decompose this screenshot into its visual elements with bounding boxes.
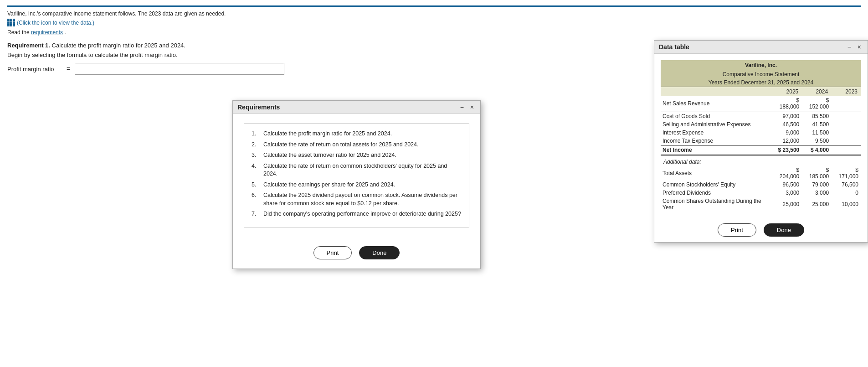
- add-row-col1: 96,500: [772, 181, 802, 189]
- add-row-col2: $ 185,000: [802, 166, 832, 181]
- row-col2: 9,500: [802, 137, 832, 145]
- data-close-btn[interactable]: ×: [856, 44, 863, 50]
- data-minimize-btn[interactable]: −: [846, 44, 853, 50]
- row-col3: [832, 146, 861, 155]
- requirements-link[interactable]: requirements: [31, 29, 63, 36]
- row-label: Income Tax Expense: [661, 137, 772, 145]
- add-row-col2: 79,000: [802, 181, 832, 189]
- company-name: Variline, Inc.: [661, 60, 861, 70]
- data-done-btn[interactable]: Done: [764, 223, 804, 237]
- table-row: Preferred Dividends 3,000 3,000 0: [661, 189, 861, 197]
- add-row-label: Common Stockholders' Equity: [661, 181, 772, 189]
- row-col3: [832, 112, 861, 120]
- additional-label: Additional data:: [661, 155, 861, 166]
- row-label: Net Income: [661, 146, 772, 155]
- add-row-col1: 25,000: [772, 197, 802, 212]
- data-modal: Data table − × Variline, Inc. Comparativ…: [654, 40, 868, 243]
- add-row-col3: 10,000: [832, 197, 861, 212]
- top-bar: [7, 5, 861, 7]
- data-modal-footer: Print Done: [654, 218, 868, 242]
- table-row: Income Tax Expense 12,000 9,500: [661, 137, 861, 145]
- additional-data-header: Additional data:: [661, 155, 861, 166]
- add-row-col2: 3,000: [802, 189, 832, 197]
- table-row: Common Stockholders' Equity 96,500 79,00…: [661, 181, 861, 189]
- requirements-titlebar: Requirements − ×: [233, 101, 480, 114]
- add-row-col1: $ 204,000: [772, 166, 802, 181]
- req-num-1: 1.: [252, 130, 260, 138]
- row-col3: [832, 120, 861, 129]
- requirement-item-6: 6.Calculate the 2025 dividend payout on …: [252, 191, 462, 207]
- req-num-4: 4.: [252, 162, 260, 178]
- row-col2: $ 4,000: [802, 146, 832, 155]
- row-col1: $ 23,500: [772, 146, 802, 155]
- requirements-footer: Print Done: [233, 246, 480, 269]
- requirements-done-btn[interactable]: Done: [359, 246, 400, 259]
- req-num-2: 2.: [252, 141, 260, 149]
- req-text-3: Calculate the asset turnover ratio for 2…: [263, 151, 396, 160]
- table-subtitle1: Comparative Income Statement: [661, 70, 861, 78]
- req1-bold: Requirement 1.: [7, 42, 50, 49]
- modal-controls: − ×: [458, 104, 476, 110]
- table-row: Cost of Goods Sold 97,000 85,500: [661, 112, 861, 120]
- req-text-2: Calculate the rate of return on total as…: [263, 141, 419, 149]
- row-col1: 97,000: [772, 112, 802, 120]
- req-num-6: 6.: [252, 191, 260, 207]
- row-col1: 9,000: [772, 129, 802, 137]
- row-col1: 46,500: [772, 120, 802, 129]
- row-label: Cost of Goods Sold: [661, 112, 772, 120]
- table-row: Selling and Administrative Expenses 46,5…: [661, 120, 861, 129]
- row-col1: 12,000: [772, 137, 802, 145]
- add-row-col3: 0: [832, 189, 861, 197]
- equals-sign: =: [67, 65, 70, 72]
- data-print-btn[interactable]: Print: [718, 223, 756, 237]
- req-text-1: Calculate the profit margin ratio for 20…: [263, 130, 392, 138]
- requirements-box: 1.Calculate the profit margin ratio for …: [244, 123, 469, 228]
- table-row: Common Shares Outstanding During the Yea…: [661, 197, 861, 212]
- requirements-body: 1.Calculate the profit margin ratio for …: [233, 114, 480, 246]
- table-row: Total Assets $ 204,000 $ 185,000 $ 171,0…: [661, 166, 861, 181]
- requirements-close-btn[interactable]: ×: [468, 104, 476, 110]
- add-row-label: Common Shares Outstanding During the Yea…: [661, 197, 772, 212]
- intro-text: Variline, Inc.'s comparative income stat…: [7, 10, 226, 17]
- col-header-2025: 2025: [772, 87, 802, 97]
- data-icon-link[interactable]: (Click the icon to view the data.): [7, 19, 94, 26]
- row-col2: 11,500: [802, 129, 832, 137]
- intro-paragraph: Variline, Inc.'s comparative income stat…: [7, 10, 861, 17]
- requirement-item-5: 5.Calculate the earnings per share for 2…: [252, 181, 462, 189]
- req-text-4: Calculate the rate of return on common s…: [263, 162, 462, 178]
- read-line: Read the requirements .: [7, 29, 861, 36]
- row-label: Interest Expense: [661, 129, 772, 137]
- req1-text: Calculate the profit margin ratio for 20…: [52, 42, 185, 49]
- row-col1: $ 188,000: [772, 96, 802, 111]
- row-col3: [832, 129, 861, 137]
- table-row: Net Sales Revenue $ 188,000 $ 152,000: [661, 96, 861, 111]
- row-col2: 41,500: [802, 120, 832, 129]
- data-modal-title: Data table: [659, 43, 689, 51]
- requirement-item-7: 7.Did the company's operating performanc…: [252, 210, 462, 218]
- row-col3: [832, 96, 861, 111]
- requirements-print-btn[interactable]: Print: [313, 246, 352, 259]
- requirement-item-1: 1.Calculate the profit margin ratio for …: [252, 130, 462, 138]
- data-modal-titlebar: Data table − ×: [654, 41, 868, 54]
- row-label: Net Sales Revenue: [661, 96, 772, 111]
- req-text-6: Calculate the 2025 dividend payout on co…: [263, 191, 462, 207]
- row-col3: [832, 137, 861, 145]
- add-row-col2: 25,000: [802, 197, 832, 212]
- add-row-label: Total Assets: [661, 166, 772, 181]
- row-col2: 85,500: [802, 112, 832, 120]
- requirements-minimize-btn[interactable]: −: [458, 104, 466, 110]
- grid-icon: [7, 19, 15, 26]
- table-row: Interest Expense 9,000 11,500: [661, 129, 861, 137]
- formula-label: Profit margin ratio: [7, 66, 62, 72]
- row-label: Selling and Administrative Expenses: [661, 120, 772, 129]
- requirement-item-3: 3.Calculate the asset turnover ratio for…: [252, 151, 462, 160]
- row-col2: $ 152,000: [802, 96, 832, 111]
- req-num-3: 3.: [252, 151, 260, 160]
- col-header-2024: 2024: [802, 87, 832, 97]
- requirement-item-4: 4.Calculate the rate of return on common…: [252, 162, 462, 178]
- main-content: Variline, Inc.'s comparative income stat…: [0, 0, 868, 367]
- formula-input[interactable]: [75, 63, 284, 75]
- table-row: Net Income $ 23,500 $ 4,000: [661, 146, 861, 155]
- add-row-col3: $ 171,000: [832, 166, 861, 181]
- icon-link-text: (Click the icon to view the data.): [17, 20, 94, 26]
